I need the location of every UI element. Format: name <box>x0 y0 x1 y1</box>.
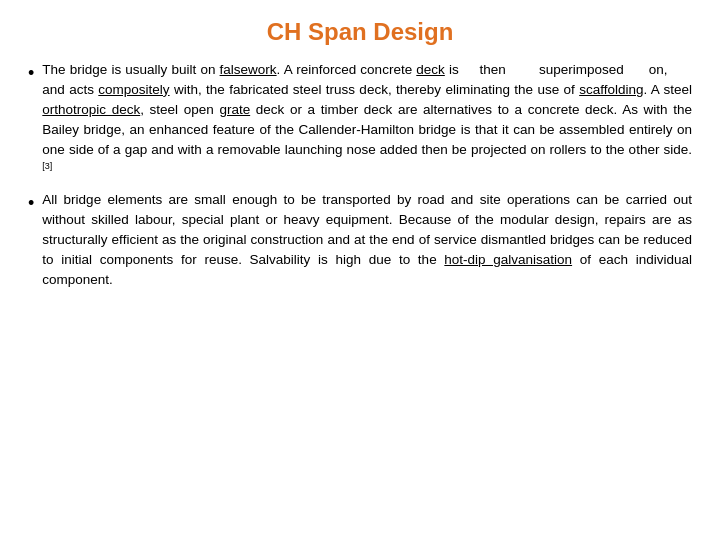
page-container: CH Span Design • The bridge is usually b… <box>0 0 720 540</box>
bullet-text-2: All bridge elements are small enough to … <box>42 190 692 290</box>
bullet-dot-1: • <box>28 60 34 86</box>
scaffolding-link[interactable]: scaffolding <box>579 82 643 97</box>
bullet-item-2: • All bridge elements are small enough t… <box>28 190 692 290</box>
deck-link-1[interactable]: deck <box>416 62 445 77</box>
bullet-list: • The bridge is usually built on falsewo… <box>28 60 692 290</box>
page-title: CH Span Design <box>28 18 692 46</box>
bullet-text-1: The bridge is usually built on falsework… <box>42 60 692 180</box>
grate-link[interactable]: grate <box>219 102 250 117</box>
content-area: • The bridge is usually built on falsewo… <box>28 60 692 522</box>
falsework-link[interactable]: falsework <box>220 62 277 77</box>
orthotropic-deck-link[interactable]: orthotropic deck <box>42 102 140 117</box>
compositely-link[interactable]: compositely <box>98 82 169 97</box>
hot-dip-galvanisation-link[interactable]: hot-dip galvanisation <box>444 252 572 267</box>
bullet-dot-2: • <box>28 190 34 216</box>
bullet-item-1: • The bridge is usually built on falsewo… <box>28 60 692 180</box>
footnote-3: [3] <box>42 161 52 171</box>
